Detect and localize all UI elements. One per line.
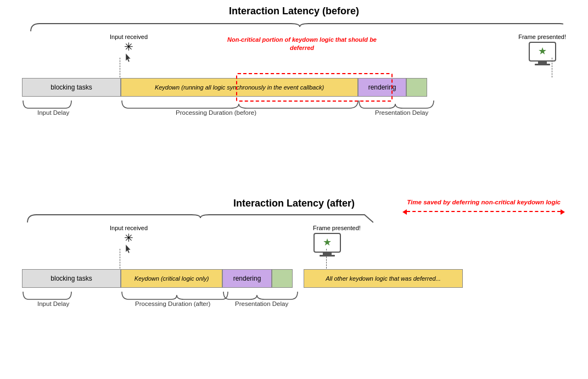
braces-svg-after xyxy=(22,289,406,309)
dashed-vert-input-before xyxy=(120,58,120,77)
svg-rect-7 xyxy=(323,252,332,255)
bar-blocking-after: blocking tasks xyxy=(22,269,121,288)
time-saved-label: Time saved by deferring non-critical key… xyxy=(407,198,561,207)
cursor-after xyxy=(124,243,135,254)
input-received-label-before: Input received xyxy=(110,34,148,40)
label-input-delay-after: Input Delay xyxy=(37,300,69,307)
label-presentation-after: Presentation Delay xyxy=(235,300,288,307)
label-processing-after: Processing Duration (after) xyxy=(135,300,210,307)
monitor-svg-after: ★ xyxy=(313,232,341,257)
label-processing-before: Processing Duration (before) xyxy=(176,109,256,116)
arrow-head-left xyxy=(402,209,407,215)
input-received-after: Input received ✳ xyxy=(110,225,148,254)
timeline-before: blocking tasks Keydown (running all logi… xyxy=(22,77,566,97)
timeline-after: blocking tasks Keydown (critical logic o… xyxy=(22,269,566,288)
frame-presented-label-after: Frame presented! xyxy=(313,225,361,231)
red-arrow-line xyxy=(407,211,561,212)
bar-green-after-before xyxy=(406,78,427,97)
red-note-before: Non-critical portion of keydown logic th… xyxy=(220,36,384,53)
time-saved-annotation: Time saved by deferring non-critical key… xyxy=(407,198,561,215)
frame-presented-after: Frame presented! ★ xyxy=(313,225,361,259)
monitor-icon-before: ★ xyxy=(518,41,566,69)
red-dashed-region-before xyxy=(236,73,393,102)
svg-rect-3 xyxy=(535,64,550,65)
diagram-container: Interaction Latency (before) Input recei… xyxy=(0,0,588,379)
bar-keydown-after: Keydown (critical logic only) xyxy=(121,269,222,288)
label-presentation-before: Presentation Delay xyxy=(375,109,428,116)
bar-deferred-after: All other keydown logic that was deferre… xyxy=(304,269,463,288)
svg-marker-0 xyxy=(126,53,131,62)
cursor-before xyxy=(124,52,135,63)
arrow-head-right xyxy=(561,209,565,215)
time-saved-arrow xyxy=(407,208,561,215)
svg-rect-8 xyxy=(320,255,335,257)
burst-icon-before: ✳ xyxy=(110,41,148,52)
red-note-text-before: Non-critical portion of keydown logic th… xyxy=(220,36,384,53)
annotations-row-after: Input received ✳ Frame presented! ★ xyxy=(22,225,566,269)
dashed-vert-frame-before xyxy=(552,58,552,77)
annotations-row-before: Input received ✳ Frame presented! ★ xyxy=(22,34,566,77)
braces-row-after: Input Delay Processing Duration (after) … xyxy=(22,289,566,309)
frame-presented-before: Frame presented! ★ xyxy=(518,34,566,69)
top-brace-after xyxy=(22,213,373,225)
frame-presented-label-before: Frame presented! xyxy=(518,34,566,40)
svg-text:★: ★ xyxy=(323,237,332,248)
svg-rect-2 xyxy=(538,61,547,64)
section-before-title: Interaction Latency (before) xyxy=(22,5,566,17)
bar-rendering-after: rendering xyxy=(222,269,272,288)
timeline-row-after: blocking tasks Keydown (critical logic o… xyxy=(22,269,566,288)
bar-green-after2 xyxy=(272,269,293,288)
input-received-label-after: Input received xyxy=(110,225,148,231)
burst-icon-after: ✳ xyxy=(110,232,148,243)
dashed-vert-frame-after xyxy=(326,249,327,269)
svg-marker-5 xyxy=(126,244,131,253)
dashed-vert-input-after xyxy=(120,249,120,269)
top-brace-before xyxy=(25,21,563,34)
input-received-before: Input received ✳ xyxy=(110,34,148,63)
section-after: Interaction Latency (after) Time saved b… xyxy=(22,198,566,309)
svg-text:★: ★ xyxy=(538,46,547,57)
bar-blocking-before: blocking tasks xyxy=(22,78,121,97)
label-input-delay-before: Input Delay xyxy=(37,109,69,116)
section-before: Interaction Latency (before) Input recei… xyxy=(22,5,566,118)
